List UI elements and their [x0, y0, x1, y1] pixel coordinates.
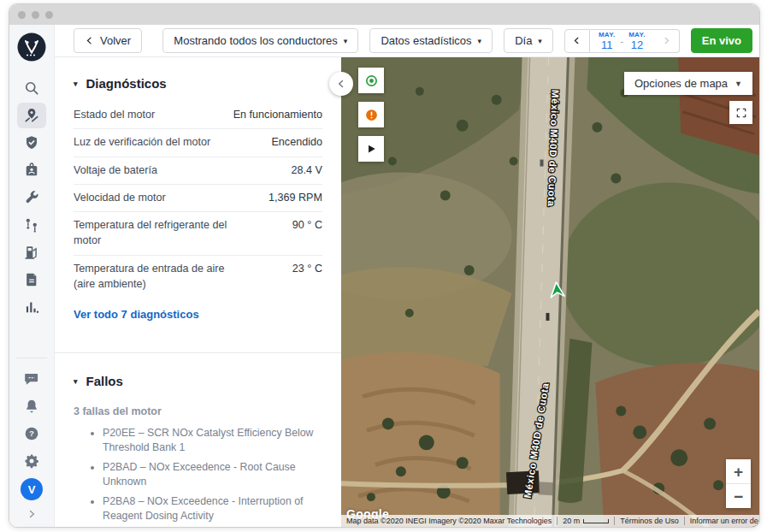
sidebar-expand-button[interactable]	[27, 509, 37, 522]
chevron-right-icon	[662, 36, 671, 45]
zoom-in-button[interactable]: +	[726, 459, 751, 483]
sidebar-item-safety[interactable]	[17, 130, 46, 156]
sidebar-item-documents[interactable]	[17, 267, 46, 293]
collapse-panel-button[interactable]	[329, 72, 353, 96]
route-stops-icon	[23, 216, 40, 233]
fullscreen-icon	[735, 107, 747, 119]
map-data-attribution: Map data ©2020 INEGI Imagery ©2020 Maxar…	[341, 517, 557, 525]
date-range-display[interactable]: MAY. 11 - MAY. 12	[590, 29, 654, 53]
diagnostic-value: 1,369 RPM	[268, 190, 322, 205]
sidebar-item-dispatch[interactable]	[17, 212, 46, 238]
diagnostic-label: Velocidad de motor	[74, 190, 166, 205]
next-day-button[interactable]	[654, 29, 680, 53]
drivers-filter-label: Mostrando todos los conductores	[174, 34, 338, 47]
faults-subtitle: 3 fallas del motor	[74, 405, 322, 417]
start-day: 11	[601, 39, 613, 50]
diagnostic-row: Velocidad de motor 1,369 RPM	[74, 185, 322, 212]
diagnostics-title: Diagnósticos	[86, 76, 167, 91]
playback-button[interactable]	[358, 136, 384, 162]
previous-day-button[interactable]	[564, 29, 590, 53]
collapse-triangle-icon: ▾	[74, 80, 78, 88]
fault-item: P20EE – SCR NOx Catalyst Efficiency Belo…	[103, 426, 321, 456]
sidebar-item-alerts[interactable]	[17, 393, 46, 419]
diagnostic-row: Luz de verificación del motor Encendido	[74, 129, 322, 157]
fullscreen-button[interactable]	[729, 101, 752, 124]
diagnostic-row: Estado del motor En funcionamiento	[74, 102, 322, 129]
diagnostic-value: 28.4 V	[292, 163, 322, 178]
sidebar-item-settings[interactable]	[17, 448, 46, 474]
back-button-label: Volver	[100, 34, 131, 47]
diagnostic-label: Estado del motor	[74, 107, 155, 122]
diagnostic-label: Voltaje de batería	[74, 163, 157, 178]
faults-list: P20EE – SCR NOx Catalyst Efficiency Belo…	[103, 426, 322, 524]
id-badge-icon	[23, 162, 40, 179]
zoom-out-button[interactable]: −	[726, 484, 751, 508]
sidebar-item-reports[interactable]	[17, 294, 46, 320]
chevron-down-icon: ▾	[538, 37, 542, 45]
stats-dropdown-label: Datos estadísticos	[381, 34, 471, 47]
map-container: México M40D de Cuota México M40D de Cuot…	[341, 57, 759, 527]
maximize-window-icon[interactable]	[45, 11, 53, 19]
sidebar: ? V	[9, 25, 55, 527]
sidebar-item-search[interactable]	[17, 75, 46, 101]
wrench-icon	[23, 189, 40, 206]
close-window-icon[interactable]	[18, 11, 26, 19]
brand-owl-logo-icon	[16, 32, 47, 62]
see-all-diagnostics-link[interactable]: Ver todo 7 diagnósticos	[74, 308, 199, 321]
sidebar-item-fuel[interactable]	[17, 239, 46, 265]
app-window: ? V Volver Mostrando todos los conductor…	[9, 3, 760, 528]
alerts-layer-button[interactable]	[358, 102, 384, 127]
terms-of-use-link[interactable]: Términos de Uso	[614, 517, 684, 525]
day-dropdown[interactable]: Día ▾	[504, 28, 553, 53]
chevron-down-icon: ▾	[344, 37, 348, 45]
map-scale: 20 m	[557, 517, 614, 525]
diagnostics-table: Estado del motor En funcionamiento Luz d…	[74, 102, 322, 298]
sidebar-item-messages[interactable]	[17, 366, 46, 392]
alert-exclamation-icon	[364, 108, 379, 122]
diagnostic-row: Voltaje de batería 28.4 V	[74, 157, 322, 185]
diagnostic-value: 23 ° C	[292, 261, 322, 276]
map-attribution-bar: Map data ©2020 INEGI Imagery ©2020 Maxar…	[341, 515, 759, 527]
end-month: MAY.	[628, 32, 646, 38]
svg-text:?: ?	[29, 429, 34, 438]
help-question-icon: ?	[23, 425, 40, 442]
date-range-control: MAY. 11 - MAY. 12	[564, 29, 680, 53]
collapse-triangle-icon: ▾	[74, 377, 78, 386]
start-month: MAY.	[599, 32, 616, 38]
end-day: 12	[631, 39, 643, 50]
day-dropdown-label: Día	[515, 34, 532, 47]
satellite-map[interactable]: México M40D de Cuota México M40D de Cuot…	[341, 57, 759, 527]
bell-icon	[23, 398, 40, 415]
bar-chart-icon	[23, 299, 40, 316]
map-options-label: Opciones de mapa	[634, 77, 728, 90]
record-target-icon	[364, 74, 379, 88]
chevron-left-icon	[572, 36, 581, 45]
section-divider	[55, 352, 341, 353]
sidebar-item-fleet-map[interactable]	[17, 103, 46, 128]
live-button[interactable]: En vivo	[691, 28, 752, 53]
diagnostics-section-header[interactable]: ▾ Diagnósticos	[74, 76, 322, 91]
map-scale-label: 20 m	[563, 517, 580, 525]
document-icon	[23, 271, 40, 288]
sidebar-item-compliance[interactable]	[17, 157, 46, 183]
faults-section-header[interactable]: ▾ Fallos	[74, 374, 322, 388]
user-avatar[interactable]: V	[21, 478, 43, 500]
report-map-error-link[interactable]: Informar un error de mapa	[684, 517, 760, 525]
diagnostic-row: Temperatura de entrada de aire (aire amb…	[74, 256, 322, 299]
date-separator: -	[620, 36, 623, 46]
sidebar-item-maintenance[interactable]	[17, 185, 46, 210]
back-button[interactable]: Volver	[74, 28, 142, 53]
drivers-filter-dropdown[interactable]: Mostrando todos los conductores ▾	[162, 28, 358, 53]
sidebar-divider	[16, 358, 47, 358]
search-icon	[23, 80, 40, 97]
live-location-button[interactable]	[358, 68, 384, 93]
sidebar-item-help[interactable]: ?	[17, 421, 46, 446]
fault-item: P2BA8 – NOx Exceedence - Interruption of…	[103, 494, 321, 524]
fuel-pump-icon	[23, 244, 40, 261]
stats-dropdown[interactable]: Datos estadísticos ▾	[369, 28, 493, 53]
top-toolbar: Volver Mostrando todos los conductores ▾…	[55, 25, 759, 57]
map-options-button[interactable]: Opciones de mapa ▼	[624, 72, 752, 95]
faults-title: Fallos	[86, 374, 123, 388]
chevron-down-icon: ▾	[478, 37, 482, 45]
minimize-window-icon[interactable]	[32, 11, 39, 19]
